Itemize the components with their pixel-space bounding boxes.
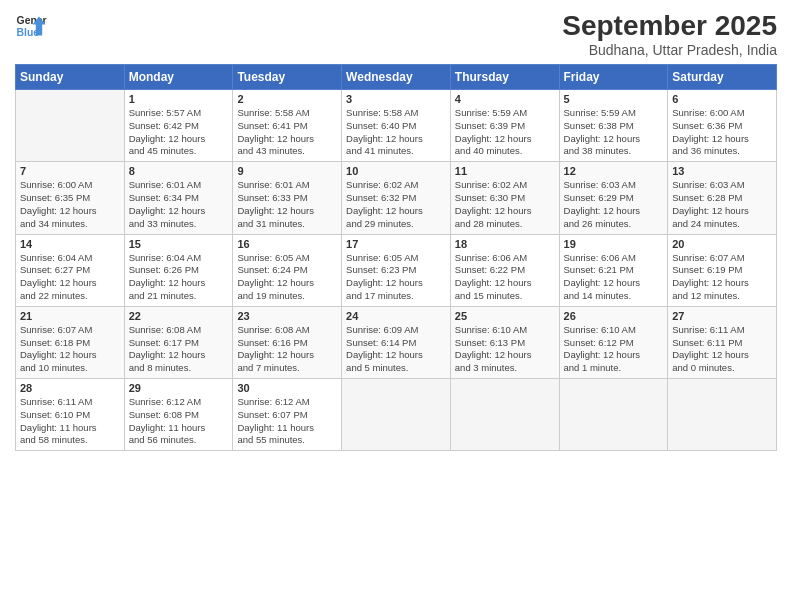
day-number: 30 xyxy=(237,382,337,394)
calendar-cell xyxy=(559,379,668,451)
day-info: Sunrise: 6:12 AM Sunset: 6:07 PM Dayligh… xyxy=(237,396,337,447)
calendar-cell: 27Sunrise: 6:11 AM Sunset: 6:11 PM Dayli… xyxy=(668,306,777,378)
day-info: Sunrise: 6:10 AM Sunset: 6:12 PM Dayligh… xyxy=(564,324,664,375)
calendar-cell: 19Sunrise: 6:06 AM Sunset: 6:21 PM Dayli… xyxy=(559,234,668,306)
day-number: 5 xyxy=(564,93,664,105)
calendar-cell: 1Sunrise: 5:57 AM Sunset: 6:42 PM Daylig… xyxy=(124,90,233,162)
page-header: General Blue September 2025 Budhana, Utt… xyxy=(15,10,777,58)
day-number: 9 xyxy=(237,165,337,177)
week-row-1: 1Sunrise: 5:57 AM Sunset: 6:42 PM Daylig… xyxy=(16,90,777,162)
calendar-cell: 4Sunrise: 5:59 AM Sunset: 6:39 PM Daylig… xyxy=(450,90,559,162)
day-info: Sunrise: 6:04 AM Sunset: 6:26 PM Dayligh… xyxy=(129,252,229,303)
calendar-cell: 11Sunrise: 6:02 AM Sunset: 6:30 PM Dayli… xyxy=(450,162,559,234)
day-info: Sunrise: 5:59 AM Sunset: 6:39 PM Dayligh… xyxy=(455,107,555,158)
calendar-cell: 10Sunrise: 6:02 AM Sunset: 6:32 PM Dayli… xyxy=(342,162,451,234)
day-info: Sunrise: 6:09 AM Sunset: 6:14 PM Dayligh… xyxy=(346,324,446,375)
day-info: Sunrise: 6:06 AM Sunset: 6:21 PM Dayligh… xyxy=(564,252,664,303)
calendar-cell: 7Sunrise: 6:00 AM Sunset: 6:35 PM Daylig… xyxy=(16,162,125,234)
day-number: 11 xyxy=(455,165,555,177)
calendar-cell: 8Sunrise: 6:01 AM Sunset: 6:34 PM Daylig… xyxy=(124,162,233,234)
calendar-cell: 29Sunrise: 6:12 AM Sunset: 6:08 PM Dayli… xyxy=(124,379,233,451)
day-number: 27 xyxy=(672,310,772,322)
calendar-cell xyxy=(342,379,451,451)
calendar-cell: 28Sunrise: 6:11 AM Sunset: 6:10 PM Dayli… xyxy=(16,379,125,451)
calendar-cell: 9Sunrise: 6:01 AM Sunset: 6:33 PM Daylig… xyxy=(233,162,342,234)
day-info: Sunrise: 6:03 AM Sunset: 6:29 PM Dayligh… xyxy=(564,179,664,230)
day-number: 26 xyxy=(564,310,664,322)
day-number: 22 xyxy=(129,310,229,322)
day-number: 24 xyxy=(346,310,446,322)
calendar-cell: 23Sunrise: 6:08 AM Sunset: 6:16 PM Dayli… xyxy=(233,306,342,378)
day-info: Sunrise: 6:05 AM Sunset: 6:23 PM Dayligh… xyxy=(346,252,446,303)
day-number: 20 xyxy=(672,238,772,250)
calendar-cell: 22Sunrise: 6:08 AM Sunset: 6:17 PM Dayli… xyxy=(124,306,233,378)
day-number: 29 xyxy=(129,382,229,394)
day-number: 17 xyxy=(346,238,446,250)
calendar-cell: 12Sunrise: 6:03 AM Sunset: 6:29 PM Dayli… xyxy=(559,162,668,234)
logo: General Blue xyxy=(15,10,47,42)
day-info: Sunrise: 6:12 AM Sunset: 6:08 PM Dayligh… xyxy=(129,396,229,447)
day-info: Sunrise: 6:01 AM Sunset: 6:34 PM Dayligh… xyxy=(129,179,229,230)
calendar-cell: 3Sunrise: 5:58 AM Sunset: 6:40 PM Daylig… xyxy=(342,90,451,162)
header-saturday: Saturday xyxy=(668,65,777,90)
day-info: Sunrise: 5:58 AM Sunset: 6:40 PM Dayligh… xyxy=(346,107,446,158)
day-number: 25 xyxy=(455,310,555,322)
calendar-cell: 24Sunrise: 6:09 AM Sunset: 6:14 PM Dayli… xyxy=(342,306,451,378)
calendar-cell: 6Sunrise: 6:00 AM Sunset: 6:36 PM Daylig… xyxy=(668,90,777,162)
day-info: Sunrise: 6:08 AM Sunset: 6:16 PM Dayligh… xyxy=(237,324,337,375)
day-info: Sunrise: 6:10 AM Sunset: 6:13 PM Dayligh… xyxy=(455,324,555,375)
day-info: Sunrise: 6:11 AM Sunset: 6:10 PM Dayligh… xyxy=(20,396,120,447)
week-row-5: 28Sunrise: 6:11 AM Sunset: 6:10 PM Dayli… xyxy=(16,379,777,451)
day-info: Sunrise: 6:07 AM Sunset: 6:19 PM Dayligh… xyxy=(672,252,772,303)
calendar-cell: 5Sunrise: 5:59 AM Sunset: 6:38 PM Daylig… xyxy=(559,90,668,162)
day-number: 14 xyxy=(20,238,120,250)
calendar-cell: 20Sunrise: 6:07 AM Sunset: 6:19 PM Dayli… xyxy=(668,234,777,306)
day-number: 7 xyxy=(20,165,120,177)
day-info: Sunrise: 6:02 AM Sunset: 6:30 PM Dayligh… xyxy=(455,179,555,230)
header-wednesday: Wednesday xyxy=(342,65,451,90)
day-number: 6 xyxy=(672,93,772,105)
logo-icon: General Blue xyxy=(15,10,47,42)
calendar-cell: 15Sunrise: 6:04 AM Sunset: 6:26 PM Dayli… xyxy=(124,234,233,306)
day-number: 16 xyxy=(237,238,337,250)
calendar-cell: 17Sunrise: 6:05 AM Sunset: 6:23 PM Dayli… xyxy=(342,234,451,306)
header-tuesday: Tuesday xyxy=(233,65,342,90)
day-info: Sunrise: 6:02 AM Sunset: 6:32 PM Dayligh… xyxy=(346,179,446,230)
week-row-4: 21Sunrise: 6:07 AM Sunset: 6:18 PM Dayli… xyxy=(16,306,777,378)
day-info: Sunrise: 6:00 AM Sunset: 6:36 PM Dayligh… xyxy=(672,107,772,158)
day-info: Sunrise: 6:00 AM Sunset: 6:35 PM Dayligh… xyxy=(20,179,120,230)
calendar-cell xyxy=(16,90,125,162)
calendar-cell: 26Sunrise: 6:10 AM Sunset: 6:12 PM Dayli… xyxy=(559,306,668,378)
day-number: 28 xyxy=(20,382,120,394)
day-number: 8 xyxy=(129,165,229,177)
day-number: 1 xyxy=(129,93,229,105)
day-number: 19 xyxy=(564,238,664,250)
day-number: 12 xyxy=(564,165,664,177)
day-info: Sunrise: 6:06 AM Sunset: 6:22 PM Dayligh… xyxy=(455,252,555,303)
day-info: Sunrise: 5:59 AM Sunset: 6:38 PM Dayligh… xyxy=(564,107,664,158)
calendar-cell: 16Sunrise: 6:05 AM Sunset: 6:24 PM Dayli… xyxy=(233,234,342,306)
calendar-cell: 14Sunrise: 6:04 AM Sunset: 6:27 PM Dayli… xyxy=(16,234,125,306)
calendar-cell: 18Sunrise: 6:06 AM Sunset: 6:22 PM Dayli… xyxy=(450,234,559,306)
main-title: September 2025 xyxy=(562,10,777,42)
calendar-header-row: SundayMondayTuesdayWednesdayThursdayFrid… xyxy=(16,65,777,90)
day-info: Sunrise: 6:11 AM Sunset: 6:11 PM Dayligh… xyxy=(672,324,772,375)
day-info: Sunrise: 6:04 AM Sunset: 6:27 PM Dayligh… xyxy=(20,252,120,303)
calendar-cell xyxy=(450,379,559,451)
day-info: Sunrise: 6:07 AM Sunset: 6:18 PM Dayligh… xyxy=(20,324,120,375)
header-monday: Monday xyxy=(124,65,233,90)
header-friday: Friday xyxy=(559,65,668,90)
calendar-cell: 2Sunrise: 5:58 AM Sunset: 6:41 PM Daylig… xyxy=(233,90,342,162)
day-number: 18 xyxy=(455,238,555,250)
day-info: Sunrise: 6:08 AM Sunset: 6:17 PM Dayligh… xyxy=(129,324,229,375)
day-info: Sunrise: 5:58 AM Sunset: 6:41 PM Dayligh… xyxy=(237,107,337,158)
day-info: Sunrise: 6:03 AM Sunset: 6:28 PM Dayligh… xyxy=(672,179,772,230)
calendar-table: SundayMondayTuesdayWednesdayThursdayFrid… xyxy=(15,64,777,451)
day-number: 3 xyxy=(346,93,446,105)
calendar-cell: 13Sunrise: 6:03 AM Sunset: 6:28 PM Dayli… xyxy=(668,162,777,234)
day-number: 10 xyxy=(346,165,446,177)
header-thursday: Thursday xyxy=(450,65,559,90)
day-number: 4 xyxy=(455,93,555,105)
day-number: 2 xyxy=(237,93,337,105)
day-number: 13 xyxy=(672,165,772,177)
